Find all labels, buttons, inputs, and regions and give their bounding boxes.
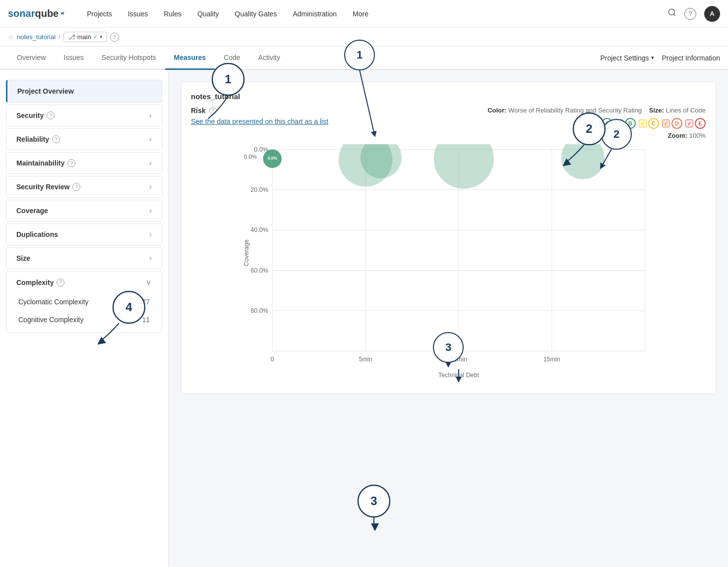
badge-e-check[interactable]: ✓	[685, 119, 693, 127]
chart-left-panel: Risk ? See the data presented on this ch…	[191, 107, 328, 125]
nav-right: ? A	[667, 6, 720, 22]
chart-color-legend: Color: Worse of Reliability Rating and S…	[487, 107, 706, 114]
sidebar-item-complexity-label: Complexity ?	[16, 279, 64, 286]
sub-nav-right: Project Settings ▾ Project Information	[600, 54, 720, 62]
risk-help-icon[interactable]: ?	[209, 107, 217, 114]
cognitive-complexity-value: 11	[142, 316, 150, 324]
cyclomatic-complexity-value: 77	[142, 298, 150, 306]
nav-quality-gates[interactable]: Quality Gates	[228, 6, 284, 22]
chart-risk-label: Risk ?	[191, 107, 328, 114]
subnav-overview[interactable]: Overview	[8, 47, 55, 70]
breadcrumb-separator: /	[59, 33, 61, 41]
size-chevron-icon: ›	[149, 254, 152, 263]
badge-c: ✓ C	[639, 118, 659, 129]
sidebar-item-size[interactable]: Size ›	[6, 247, 162, 269]
svg-text:0: 0	[271, 356, 274, 363]
badge-b-check[interactable]: ✓	[615, 119, 623, 127]
branch-check-icon: ✓	[93, 34, 98, 40]
bubble-chart[interactable]: .axis-label { font-size: 12px; fill: #66…	[191, 144, 706, 382]
reliability-help-icon[interactable]: ?	[52, 135, 60, 143]
svg-text:60.0%: 60.0%	[250, 267, 268, 274]
svg-text:80.0%: 80.0%	[250, 307, 268, 314]
sidebar-item-complexity: Complexity ? ∨ Cyclomatic Complexity 77 …	[6, 271, 162, 333]
badge-a-circle: A	[602, 118, 612, 129]
bubble-chart-wrapper: .axis-label { font-size: 12px; fill: #66…	[191, 144, 706, 384]
duplications-chevron-icon: ›	[149, 230, 152, 239]
subnav-security-hotspots[interactable]: Security Hotspots	[93, 47, 165, 70]
sidebar-item-complexity-header[interactable]: Complexity ? ∨	[6, 272, 162, 293]
svg-text:15min: 15min	[544, 356, 560, 363]
security-help-icon[interactable]: ?	[47, 112, 55, 119]
cyclomatic-complexity-item[interactable]: Cyclomatic Complexity 77	[6, 293, 162, 311]
branch-name: main	[77, 33, 91, 41]
breadcrumb-bar: ☆ notes_tutorial / ⎇ main ✓ ▾ ?	[0, 28, 728, 47]
help-button[interactable]: ?	[684, 8, 696, 20]
svg-text:0.0%: 0.0%	[244, 154, 257, 160]
sidebar-item-maintainability-label: Maintainability ?	[16, 159, 75, 167]
complexity-chevron-icon: ∨	[146, 278, 152, 287]
sidebar-item-duplications[interactable]: Duplications ›	[6, 224, 162, 245]
badge-d-circle: D	[671, 118, 682, 129]
zoom-label: Zoom: 100%	[487, 132, 706, 139]
project-settings-label: Project Settings	[600, 54, 649, 62]
search-button[interactable]	[667, 8, 676, 19]
branch-help-button[interactable]: ?	[110, 33, 119, 42]
breadcrumb-project[interactable]: notes_tutorial	[17, 33, 56, 41]
badge-a-check[interactable]: ✓	[592, 119, 600, 127]
badge-a: ✓ A	[592, 118, 612, 129]
branch-icon: ⎇	[68, 33, 75, 41]
maintainability-help-icon[interactable]: ?	[67, 159, 75, 167]
badge-c-circle: C	[648, 118, 659, 129]
sidebar-item-project-overview[interactable]: Project Overview	[6, 80, 162, 103]
logo[interactable]: sonarqube ʷ	[8, 8, 64, 19]
branch-selector[interactable]: ⎇ main ✓ ▾	[63, 32, 107, 42]
nav-links: Projects Issues Rules Quality Quality Ga…	[80, 6, 667, 22]
nav-rules[interactable]: Rules	[157, 6, 188, 22]
badge-d-check[interactable]: ✓	[662, 119, 670, 127]
sidebar-item-maintainability[interactable]: Maintainability ? ›	[6, 152, 162, 174]
badge-b-circle: B	[625, 118, 636, 129]
project-settings-button[interactable]: Project Settings ▾	[600, 54, 654, 62]
svg-text:5min: 5min	[359, 356, 372, 363]
nav-quality[interactable]: Quality	[190, 6, 226, 22]
branch-dropdown-icon: ▾	[100, 34, 103, 40]
top-navigation: sonarqube ʷ Projects Issues Rules Qualit…	[0, 0, 728, 28]
chart-data-link[interactable]: See the data presented on this chart as …	[191, 117, 328, 125]
sidebar-item-size-label: Size	[16, 254, 30, 262]
svg-text:Coverage: Coverage	[243, 239, 250, 266]
project-information-button[interactable]: Project Information	[662, 54, 721, 62]
security-review-help-icon[interactable]: ?	[72, 183, 80, 191]
svg-text:10min: 10min	[450, 356, 467, 363]
favorite-star[interactable]: ☆	[8, 33, 14, 41]
nav-administration[interactable]: Administration	[286, 6, 344, 22]
project-settings-chevron: ▾	[651, 55, 654, 61]
svg-text:40.0%: 40.0%	[250, 227, 268, 233]
cognitive-complexity-item[interactable]: Cognitive Complexity 11	[6, 311, 162, 329]
sub-navigation: Overview Issues Security Hotspots Measur…	[0, 47, 728, 70]
sidebar-item-reliability-label: Reliability ?	[16, 135, 60, 143]
user-avatar[interactable]: A	[704, 6, 720, 22]
nav-projects[interactable]: Projects	[80, 6, 119, 22]
cognitive-complexity-label: Cognitive Complexity	[18, 316, 84, 324]
subnav-issues[interactable]: Issues	[55, 47, 92, 70]
sidebar-item-coverage[interactable]: Coverage ›	[6, 200, 162, 222]
reliability-chevron-icon: ›	[149, 135, 152, 144]
security-review-chevron-icon: ›	[149, 182, 152, 191]
sidebar-item-security-review-label: Security Review ?	[16, 183, 80, 191]
main-layout: Project Overview Security ? › Reliabilit…	[0, 70, 728, 567]
svg-point-0	[668, 9, 674, 15]
subnav-activity[interactable]: Activity	[249, 47, 289, 70]
complexity-help-icon[interactable]: ?	[57, 279, 64, 286]
coverage-chevron-icon: ›	[149, 206, 152, 215]
nav-more[interactable]: More	[346, 6, 375, 22]
subnav-measures[interactable]: Measures	[165, 47, 215, 70]
subnav-code[interactable]: Code	[215, 47, 249, 70]
sidebar-item-reliability[interactable]: Reliability ? ›	[6, 128, 162, 150]
security-chevron-icon: ›	[149, 111, 152, 120]
sidebar-item-security-review[interactable]: Security Review ? ›	[6, 176, 162, 198]
svg-text:20.0%: 20.0%	[250, 186, 268, 193]
sidebar-item-security[interactable]: Security ? ›	[6, 105, 162, 126]
nav-issues[interactable]: Issues	[121, 6, 155, 22]
badge-c-check[interactable]: ✓	[639, 119, 647, 127]
chart-card: notes_tutorial Risk ? See the data prese…	[181, 82, 716, 394]
